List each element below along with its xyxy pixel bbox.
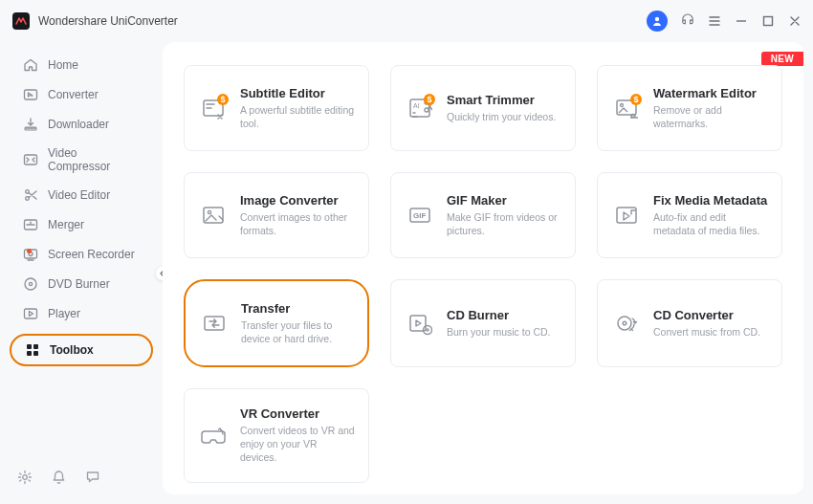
sidebar-item-editor[interactable]: Video Editor xyxy=(10,181,153,209)
tool-desc: Burn your music to CD. xyxy=(447,325,551,339)
tool-desc: Transfer your files to device or hard dr… xyxy=(241,318,354,345)
tool-title: Subtitle Editor xyxy=(240,86,355,100)
gif-icon xyxy=(406,202,433,229)
tool-card-metadata[interactable]: Fix Media MetadataAuto-fix and edit meta… xyxy=(597,172,782,258)
sidebar-item-player[interactable]: Player xyxy=(10,299,153,328)
merger-icon xyxy=(23,217,38,232)
notifications-icon[interactable] xyxy=(52,470,66,485)
title-bar: Wondershare UniConverter xyxy=(0,0,813,42)
sidebar-item-recorder[interactable]: Screen Recorder xyxy=(10,240,153,269)
tool-title: VR Converter xyxy=(240,406,355,421)
cdburn-icon xyxy=(406,310,433,337)
tool-title: GIF Maker xyxy=(447,193,561,208)
tool-title: CD Burner xyxy=(447,308,551,322)
tool-card-vr[interactable]: VR ConverterConvert videos to VR and enj… xyxy=(184,388,369,483)
app-logo-icon xyxy=(11,11,31,31)
tool-card-trimmer[interactable]: $Smart TrimmerQuickly trim your videos. xyxy=(390,65,576,151)
tool-card-cdburn[interactable]: CD BurnerBurn your music to CD. xyxy=(390,279,576,367)
sidebar-item-label: Video Editor xyxy=(48,188,110,202)
tool-title: Image Converter xyxy=(240,193,355,208)
tool-card-transfer[interactable]: TransferTransfer your files to device or… xyxy=(184,279,369,367)
tool-desc: Convert music from CD. xyxy=(653,325,760,339)
support-icon[interactable] xyxy=(681,14,694,28)
close-button[interactable] xyxy=(788,14,802,28)
sidebar-item-label: Downloader xyxy=(48,118,109,131)
tool-title: Transfer xyxy=(241,301,354,316)
tool-card-imageconv[interactable]: Image ConverterConvert images to other f… xyxy=(184,172,369,258)
sidebar-item-downloader[interactable]: Downloader xyxy=(10,110,153,139)
svg-rect-2 xyxy=(764,17,773,26)
converter-icon xyxy=(23,87,38,102)
svg-point-1 xyxy=(655,17,659,21)
sidebar-item-label: Video Compressor xyxy=(48,146,140,173)
subtitle-icon: $ xyxy=(200,95,227,121)
download-icon xyxy=(23,117,38,132)
app-window: Wondershare UniConverter xyxy=(0,0,813,504)
sidebar-item-dvd[interactable]: DVD Burner xyxy=(10,270,153,298)
compress-icon xyxy=(23,152,38,167)
paid-badge: $ xyxy=(217,94,229,105)
tool-desc: Convert videos to VR and enjoy on your V… xyxy=(240,424,355,465)
sidebar-item-label: Merger xyxy=(48,218,84,231)
sidebar-item-label: Screen Recorder xyxy=(48,248,135,261)
user-avatar[interactable] xyxy=(647,11,668,32)
tool-desc: Convert images to other formats. xyxy=(240,210,355,237)
tool-desc: Remove or add watermarks. xyxy=(653,103,768,130)
tool-card-gif[interactable]: GIF MakerMake GIF from videos or picture… xyxy=(390,172,576,258)
settings-icon[interactable] xyxy=(17,470,33,485)
sidebar: HomeConverterDownloaderVideo CompressorV… xyxy=(0,42,163,504)
scissors-icon xyxy=(23,187,38,203)
menu-icon[interactable] xyxy=(708,14,721,28)
sidebar-item-compressor[interactable]: Video Compressor xyxy=(10,140,153,180)
sidebar-item-label: DVD Burner xyxy=(48,277,110,291)
paid-badge: $ xyxy=(424,94,435,105)
tool-title: Smart Trimmer xyxy=(447,93,556,107)
tools-grid: $Subtitle EditorA powerful subtitle edit… xyxy=(184,65,782,483)
tool-card-cdconv[interactable]: CD ConverterConvert music from CD. xyxy=(597,279,782,367)
tool-desc: A powerful subtitle editing tool. xyxy=(240,103,355,130)
play-icon xyxy=(23,306,38,321)
sidebar-item-label: Converter xyxy=(48,88,99,101)
app-title: Wondershare UniConverter xyxy=(38,14,178,28)
tool-title: Fix Media Metadata xyxy=(653,193,768,208)
tool-card-watermark[interactable]: $Watermark EditorRemove or add watermark… xyxy=(597,65,782,151)
tool-title: CD Converter xyxy=(653,308,760,322)
trimmer-icon: $ xyxy=(406,95,433,121)
sidebar-item-label: Toolbox xyxy=(50,343,94,357)
paid-badge: $ xyxy=(630,94,642,105)
sidebar-item-home[interactable]: Home xyxy=(10,51,153,79)
maximize-button[interactable] xyxy=(761,14,775,28)
recorder-icon xyxy=(23,247,38,262)
svg-point-3 xyxy=(23,475,28,480)
feedback-icon[interactable] xyxy=(85,470,100,485)
tool-desc: Make GIF from videos or pictures. xyxy=(447,210,561,237)
watermark-icon: $ xyxy=(613,95,640,121)
sidebar-item-label: Player xyxy=(48,307,80,320)
metadata-icon xyxy=(613,202,640,229)
image-icon xyxy=(200,202,227,229)
minimize-button[interactable] xyxy=(735,14,748,28)
tool-desc: Quickly trim your videos. xyxy=(447,110,556,123)
sidebar-item-toolbox[interactable]: Toolbox xyxy=(10,334,153,366)
main-panel: NEW $Subtitle EditorA powerful subtitle … xyxy=(163,42,803,494)
sidebar-item-merger[interactable]: Merger xyxy=(10,210,153,239)
transfer-icon xyxy=(201,310,228,337)
disc-icon xyxy=(23,276,38,292)
tool-card-subtitle[interactable]: $Subtitle EditorA powerful subtitle edit… xyxy=(184,65,369,151)
home-icon xyxy=(23,57,38,73)
vr-icon xyxy=(200,422,227,449)
tool-desc: Auto-fix and edit metadata of media file… xyxy=(653,210,768,237)
new-badge: NEW xyxy=(761,52,803,66)
cdconv-icon xyxy=(613,310,640,337)
toolbox-icon xyxy=(25,342,40,358)
sidebar-footer xyxy=(0,458,163,496)
tool-title: Watermark Editor xyxy=(653,86,768,100)
sidebar-item-label: Home xyxy=(48,58,78,72)
sidebar-item-converter[interactable]: Converter xyxy=(10,80,153,109)
